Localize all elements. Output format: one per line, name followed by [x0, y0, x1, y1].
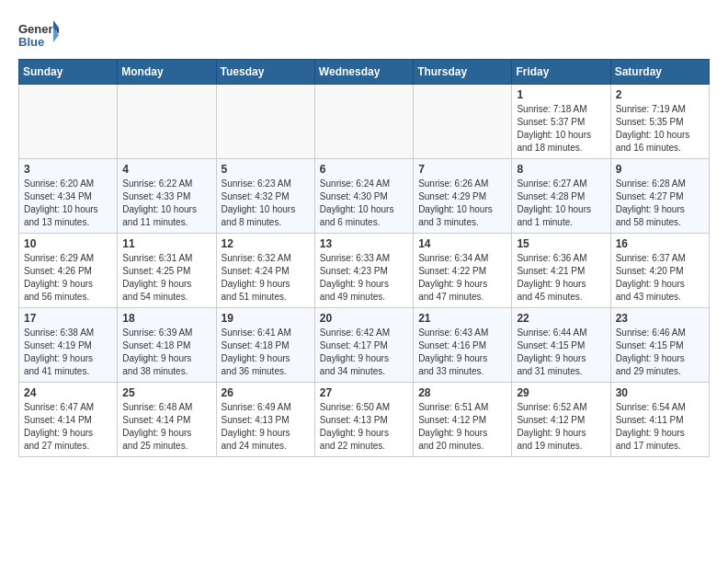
day-info: Sunrise: 6:28 AM Sunset: 4:27 PM Dayligh…	[616, 178, 704, 229]
day-number: 28	[418, 386, 506, 399]
calendar-cell: 6Sunrise: 6:24 AM Sunset: 4:30 PM Daylig…	[314, 159, 413, 234]
calendar-cell: 3Sunrise: 6:20 AM Sunset: 4:34 PM Daylig…	[19, 159, 118, 234]
page-header: General Blue	[18, 15, 710, 52]
day-number: 22	[517, 312, 605, 325]
day-number: 12	[222, 237, 310, 250]
calendar-cell: 16Sunrise: 6:37 AM Sunset: 4:20 PM Dayli…	[610, 234, 709, 308]
day-number: 2	[616, 88, 704, 101]
day-info: Sunrise: 6:44 AM Sunset: 4:15 PM Dayligh…	[517, 327, 605, 378]
day-info: Sunrise: 6:29 AM Sunset: 4:26 PM Dayligh…	[24, 252, 112, 304]
day-info: Sunrise: 6:23 AM Sunset: 4:32 PM Dayligh…	[222, 178, 310, 229]
calendar-cell: 30Sunrise: 6:54 AM Sunset: 4:11 PM Dayli…	[610, 383, 709, 457]
day-info: Sunrise: 6:38 AM Sunset: 4:19 PM Dayligh…	[24, 327, 112, 378]
calendar-cell: 27Sunrise: 6:50 AM Sunset: 4:13 PM Dayli…	[314, 383, 413, 457]
calendar-header: SundayMondayTuesdayWednesdayThursdayFrid…	[19, 60, 710, 85]
day-info: Sunrise: 6:34 AM Sunset: 4:22 PM Dayligh…	[418, 252, 506, 304]
calendar-cell: 21Sunrise: 6:43 AM Sunset: 4:16 PM Dayli…	[414, 308, 512, 383]
weekday-row: SundayMondayTuesdayWednesdayThursdayFrid…	[19, 60, 710, 85]
calendar-cell	[216, 85, 314, 159]
calendar-week-row: 24Sunrise: 6:47 AM Sunset: 4:14 PM Dayli…	[19, 383, 710, 457]
day-info: Sunrise: 6:41 AM Sunset: 4:18 PM Dayligh…	[222, 327, 310, 378]
day-info: Sunrise: 6:36 AM Sunset: 4:21 PM Dayligh…	[517, 252, 605, 304]
calendar-cell: 25Sunrise: 6:48 AM Sunset: 4:14 PM Dayli…	[118, 383, 216, 457]
svg-text:Blue: Blue	[18, 35, 44, 49]
calendar-cell: 12Sunrise: 6:32 AM Sunset: 4:24 PM Dayli…	[216, 234, 314, 308]
calendar-cell: 10Sunrise: 6:29 AM Sunset: 4:26 PM Dayli…	[19, 234, 118, 308]
day-info: Sunrise: 6:50 AM Sunset: 4:13 PM Dayligh…	[320, 401, 408, 453]
calendar-cell: 1Sunrise: 7:18 AM Sunset: 5:37 PM Daylig…	[512, 85, 610, 159]
day-number: 26	[222, 386, 310, 399]
calendar-cell: 26Sunrise: 6:49 AM Sunset: 4:13 PM Dayli…	[216, 383, 314, 457]
calendar-cell: 14Sunrise: 6:34 AM Sunset: 4:22 PM Dayli…	[414, 234, 512, 308]
calendar-cell: 2Sunrise: 7:19 AM Sunset: 5:35 PM Daylig…	[610, 85, 709, 159]
day-info: Sunrise: 7:18 AM Sunset: 5:37 PM Dayligh…	[517, 103, 605, 155]
calendar-cell: 17Sunrise: 6:38 AM Sunset: 4:19 PM Dayli…	[19, 308, 118, 383]
calendar-cell: 4Sunrise: 6:22 AM Sunset: 4:33 PM Daylig…	[118, 159, 216, 234]
calendar-cell: 8Sunrise: 6:27 AM Sunset: 4:28 PM Daylig…	[512, 159, 610, 234]
day-info: Sunrise: 6:22 AM Sunset: 4:33 PM Dayligh…	[122, 178, 210, 229]
day-number: 21	[418, 312, 506, 325]
day-number: 10	[24, 237, 112, 250]
day-info: Sunrise: 6:48 AM Sunset: 4:14 PM Dayligh…	[122, 401, 210, 453]
day-number: 25	[122, 386, 210, 399]
weekday-header-tuesday: Tuesday	[216, 60, 314, 85]
day-info: Sunrise: 6:26 AM Sunset: 4:29 PM Dayligh…	[418, 178, 506, 229]
calendar-cell: 29Sunrise: 6:52 AM Sunset: 4:12 PM Dayli…	[512, 383, 610, 457]
day-info: Sunrise: 7:19 AM Sunset: 5:35 PM Dayligh…	[616, 103, 704, 155]
day-number: 19	[222, 312, 310, 325]
day-number: 27	[320, 386, 408, 399]
day-number: 30	[616, 386, 704, 399]
day-number: 8	[517, 163, 605, 176]
day-info: Sunrise: 6:24 AM Sunset: 4:30 PM Dayligh…	[320, 178, 408, 229]
day-number: 4	[122, 163, 210, 176]
weekday-header-saturday: Saturday	[610, 60, 709, 85]
day-info: Sunrise: 6:52 AM Sunset: 4:12 PM Dayligh…	[517, 401, 605, 453]
calendar-cell	[314, 85, 413, 159]
day-number: 14	[418, 237, 506, 250]
weekday-header-wednesday: Wednesday	[314, 60, 413, 85]
day-number: 29	[517, 386, 605, 399]
day-number: 11	[122, 237, 210, 250]
day-number: 6	[320, 163, 408, 176]
day-number: 1	[517, 88, 605, 101]
day-info: Sunrise: 6:43 AM Sunset: 4:16 PM Dayligh…	[418, 327, 506, 378]
day-info: Sunrise: 6:42 AM Sunset: 4:17 PM Dayligh…	[320, 327, 408, 378]
day-number: 13	[320, 237, 408, 250]
day-info: Sunrise: 6:20 AM Sunset: 4:34 PM Dayligh…	[24, 178, 112, 229]
day-info: Sunrise: 6:33 AM Sunset: 4:23 PM Dayligh…	[320, 252, 408, 304]
weekday-header-friday: Friday	[512, 60, 610, 85]
day-number: 9	[616, 163, 704, 176]
calendar-cell: 28Sunrise: 6:51 AM Sunset: 4:12 PM Dayli…	[414, 383, 512, 457]
day-number: 7	[418, 163, 506, 176]
day-info: Sunrise: 6:32 AM Sunset: 4:24 PM Dayligh…	[222, 252, 310, 304]
calendar-cell: 19Sunrise: 6:41 AM Sunset: 4:18 PM Dayli…	[216, 308, 314, 383]
calendar-cell	[19, 85, 118, 159]
day-info: Sunrise: 6:37 AM Sunset: 4:20 PM Dayligh…	[616, 252, 704, 304]
day-number: 15	[517, 237, 605, 250]
calendar-cell: 9Sunrise: 6:28 AM Sunset: 4:27 PM Daylig…	[610, 159, 709, 234]
day-number: 23	[616, 312, 704, 325]
day-info: Sunrise: 6:54 AM Sunset: 4:11 PM Dayligh…	[616, 401, 704, 453]
calendar-cell: 7Sunrise: 6:26 AM Sunset: 4:29 PM Daylig…	[414, 159, 512, 234]
calendar-cell: 18Sunrise: 6:39 AM Sunset: 4:18 PM Dayli…	[118, 308, 216, 383]
calendar-cell: 11Sunrise: 6:31 AM Sunset: 4:25 PM Dayli…	[118, 234, 216, 308]
day-number: 3	[24, 163, 112, 176]
calendar-week-row: 3Sunrise: 6:20 AM Sunset: 4:34 PM Daylig…	[19, 159, 710, 234]
logo: General Blue	[18, 18, 63, 52]
calendar-body: 1Sunrise: 7:18 AM Sunset: 5:37 PM Daylig…	[19, 85, 710, 457]
day-info: Sunrise: 6:49 AM Sunset: 4:13 PM Dayligh…	[222, 401, 310, 453]
day-info: Sunrise: 6:39 AM Sunset: 4:18 PM Dayligh…	[122, 327, 210, 378]
calendar-cell: 20Sunrise: 6:42 AM Sunset: 4:17 PM Dayli…	[314, 308, 413, 383]
svg-text:General: General	[18, 22, 59, 36]
day-number: 16	[616, 237, 704, 250]
day-number: 20	[320, 312, 408, 325]
calendar-cell: 13Sunrise: 6:33 AM Sunset: 4:23 PM Dayli…	[314, 234, 413, 308]
day-info: Sunrise: 6:31 AM Sunset: 4:25 PM Dayligh…	[122, 252, 210, 304]
calendar-table: SundayMondayTuesdayWednesdayThursdayFrid…	[18, 59, 710, 457]
calendar-cell: 15Sunrise: 6:36 AM Sunset: 4:21 PM Dayli…	[512, 234, 610, 308]
calendar-cell: 5Sunrise: 6:23 AM Sunset: 4:32 PM Daylig…	[216, 159, 314, 234]
calendar-week-row: 10Sunrise: 6:29 AM Sunset: 4:26 PM Dayli…	[19, 234, 710, 308]
calendar-week-row: 17Sunrise: 6:38 AM Sunset: 4:19 PM Dayli…	[19, 308, 710, 383]
calendar-week-row: 1Sunrise: 7:18 AM Sunset: 5:37 PM Daylig…	[19, 85, 710, 159]
day-info: Sunrise: 6:27 AM Sunset: 4:28 PM Dayligh…	[517, 178, 605, 229]
